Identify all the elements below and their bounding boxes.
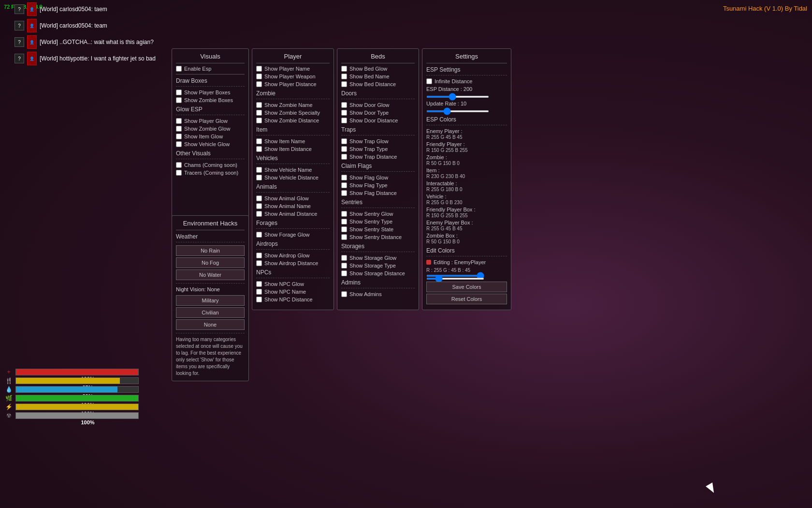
- sentry-glow-checkbox[interactable]: [341, 211, 347, 217]
- sentry-distance-row[interactable]: Show Sentry Distance: [341, 234, 415, 240]
- save-colors-button[interactable]: Save Colors: [426, 282, 507, 292]
- npc-name-row[interactable]: Show NPC Name: [256, 289, 330, 295]
- door-glow-row[interactable]: Show Door Glow: [341, 102, 415, 108]
- bed-distance-checkbox[interactable]: [341, 81, 347, 87]
- animal-name-checkbox[interactable]: [256, 203, 262, 209]
- sentry-state-row[interactable]: Show Sentry State: [341, 226, 415, 232]
- item-name-checkbox[interactable]: [256, 138, 262, 144]
- player-boxes-row[interactable]: Show Player Boxes: [176, 90, 245, 95]
- sentry-distance-checkbox[interactable]: [341, 234, 347, 240]
- animal-name-row[interactable]: Show Animal Name: [256, 203, 330, 209]
- animal-distance-checkbox[interactable]: [256, 211, 262, 217]
- vehicle-glow-row[interactable]: Show Vehicle Glow: [176, 141, 245, 147]
- npc-glow-checkbox[interactable]: [256, 281, 262, 287]
- reset-colors-button[interactable]: Reset Colors: [426, 294, 507, 304]
- trap-glow-checkbox[interactable]: [341, 138, 347, 144]
- zombie-glow-row[interactable]: Show Zombie Glow: [176, 126, 245, 132]
- vehicle-name-checkbox[interactable]: [256, 167, 262, 173]
- storage-distance-row[interactable]: Show Storage Distance: [341, 270, 415, 276]
- player-boxes-checkbox[interactable]: [176, 90, 182, 95]
- infinite-distance-checkbox[interactable]: [426, 78, 432, 84]
- storage-type-checkbox[interactable]: [341, 263, 347, 269]
- zombie-distance-row[interactable]: Show Zombie Distance: [256, 118, 330, 123]
- door-distance-row[interactable]: Show Door Distance: [341, 118, 415, 123]
- npc-glow-row[interactable]: Show NPC Glow: [256, 281, 330, 287]
- storage-type-row[interactable]: Show Storage Type: [341, 263, 415, 269]
- zombie-glow-checkbox[interactable]: [176, 126, 182, 132]
- admins-row[interactable]: Show Admins: [341, 291, 415, 297]
- door-type-row[interactable]: Show Door Type: [341, 110, 415, 116]
- no-fog-button[interactable]: No Fog: [176, 257, 245, 268]
- airdrop-glow-checkbox[interactable]: [256, 253, 262, 258]
- flag-type-checkbox[interactable]: [341, 182, 347, 188]
- bed-distance-row[interactable]: Show Bed Distance: [341, 81, 415, 87]
- door-glow-checkbox[interactable]: [341, 102, 347, 108]
- zombie-specialty-row[interactable]: Show Zombie Specialty: [256, 110, 330, 116]
- storage-glow-checkbox[interactable]: [341, 255, 347, 261]
- civilian-button[interactable]: Civilian: [176, 307, 245, 318]
- player-glow-row[interactable]: Show Player Glow: [176, 118, 245, 124]
- item-glow-row[interactable]: Show Item Glow: [176, 134, 245, 139]
- trap-distance-checkbox[interactable]: [341, 154, 347, 160]
- bed-name-checkbox[interactable]: [341, 74, 347, 79]
- animal-glow-checkbox[interactable]: [256, 195, 262, 201]
- trap-type-checkbox[interactable]: [341, 146, 347, 152]
- enable-esp-row[interactable]: Enable Esp: [176, 66, 245, 72]
- sentry-glow-row[interactable]: Show Sentry Glow: [341, 211, 415, 217]
- vehicle-name-row[interactable]: Show Vehicle Name: [256, 167, 330, 173]
- door-distance-checkbox[interactable]: [341, 118, 347, 123]
- forage-glow-checkbox[interactable]: [256, 232, 262, 238]
- player-distance-row[interactable]: Show Player Distance: [256, 81, 330, 87]
- airdrop-distance-row[interactable]: Show Airdrop Distance: [256, 260, 330, 266]
- flag-glow-row[interactable]: Show Flag Glow: [341, 175, 415, 180]
- airdrop-glow-row[interactable]: Show Airdrop Glow: [256, 253, 330, 258]
- player-distance-checkbox[interactable]: [256, 81, 262, 87]
- animal-glow-row[interactable]: Show Animal Glow: [256, 195, 330, 201]
- airdrop-distance-checkbox[interactable]: [256, 260, 262, 266]
- zombie-name-checkbox[interactable]: [256, 102, 262, 108]
- sentry-type-checkbox[interactable]: [341, 219, 347, 224]
- item-distance-checkbox[interactable]: [256, 146, 262, 152]
- military-button[interactable]: Military: [176, 295, 245, 306]
- door-type-checkbox[interactable]: [341, 110, 347, 116]
- vehicle-glow-checkbox[interactable]: [176, 141, 182, 147]
- item-name-row[interactable]: Show Item Name: [256, 138, 330, 144]
- update-rate-slider[interactable]: [426, 110, 489, 112]
- zombie-boxes-checkbox[interactable]: [176, 97, 182, 103]
- trap-distance-row[interactable]: Show Trap Distance: [341, 154, 415, 160]
- flag-distance-row[interactable]: Show Flag Distance: [341, 190, 415, 196]
- item-distance-row[interactable]: Show Item Distance: [256, 146, 330, 152]
- tracers-row[interactable]: Tracers (Coming soon): [176, 170, 245, 176]
- npc-distance-row[interactable]: Show NPC Distance: [256, 297, 330, 302]
- player-name-checkbox[interactable]: [256, 66, 262, 72]
- vehicle-distance-row[interactable]: Show Vehicle Distance: [256, 175, 330, 180]
- tracers-checkbox[interactable]: [176, 170, 182, 176]
- no-rain-button[interactable]: No Rain: [176, 245, 245, 256]
- zombie-boxes-row[interactable]: Show Zombie Boxes: [176, 97, 245, 103]
- no-water-button[interactable]: No Water: [176, 269, 245, 280]
- bed-glow-row[interactable]: Show Bed Glow: [341, 66, 415, 72]
- player-weapon-checkbox[interactable]: [256, 74, 262, 79]
- flag-distance-checkbox[interactable]: [341, 190, 347, 196]
- vehicle-distance-checkbox[interactable]: [256, 175, 262, 180]
- storage-distance-checkbox[interactable]: [341, 270, 347, 276]
- sentry-state-checkbox[interactable]: [341, 226, 347, 232]
- player-name-row[interactable]: Show Player Name: [256, 66, 330, 72]
- chams-row[interactable]: Chams (Coming soon): [176, 162, 245, 168]
- player-weapon-row[interactable]: Show Player Weapon: [256, 74, 330, 79]
- admins-checkbox[interactable]: [341, 291, 347, 297]
- npc-distance-checkbox[interactable]: [256, 297, 262, 302]
- trap-type-row[interactable]: Show Trap Type: [341, 146, 415, 152]
- infinite-distance-row[interactable]: Infinite Distance: [426, 78, 507, 84]
- flag-glow-checkbox[interactable]: [341, 175, 347, 180]
- item-glow-checkbox[interactable]: [176, 134, 182, 139]
- zombie-name-row[interactable]: Show Zombie Name: [256, 102, 330, 108]
- enable-esp-checkbox[interactable]: [176, 66, 182, 72]
- zombie-distance-checkbox[interactable]: [256, 118, 262, 123]
- none-button[interactable]: None: [176, 319, 245, 330]
- sentry-type-row[interactable]: Show Sentry Type: [341, 219, 415, 224]
- bed-name-row[interactable]: Show Bed Name: [341, 74, 415, 79]
- trap-glow-row[interactable]: Show Trap Glow: [341, 138, 415, 144]
- player-glow-checkbox[interactable]: [176, 118, 182, 124]
- esp-distance-slider[interactable]: [426, 96, 489, 98]
